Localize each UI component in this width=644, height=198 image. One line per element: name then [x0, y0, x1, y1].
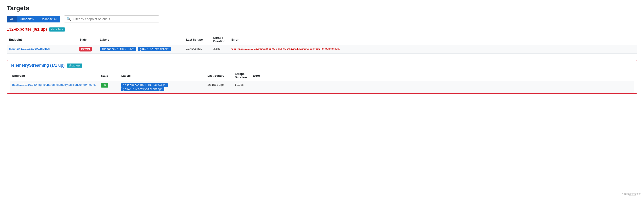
endpoint-link[interactable]: http://10.1.10.132:9100/metrics — [9, 47, 50, 50]
last-scrape-cell: 26.151s ago — [205, 81, 232, 93]
col-state: State — [77, 34, 98, 45]
section-telemetrystreaming-header: TelemetryStreaming (1/1 up) show less — [10, 63, 634, 68]
unhealthy-button[interactable]: Unhealthy — [17, 16, 38, 22]
state-cell: UP — [99, 81, 119, 93]
col-labels: Labels — [98, 34, 184, 45]
section-telemetrystreaming-title: TelemetryStreaming (1/1 up) — [10, 63, 65, 68]
labels-cell: instance="linux-132" job="132-exporter" — [98, 45, 184, 54]
state-cell: DOWN — [77, 45, 98, 54]
filter-group: 🔍 — [64, 16, 159, 22]
error-cell — [251, 81, 634, 93]
col-last-scrape: Last Scrape — [205, 70, 232, 81]
error-cell: Get "http://10.1.10.132:9100/metrics": d… — [229, 45, 637, 54]
error-text: Get "http://10.1.10.132:9100/metrics": d… — [232, 47, 340, 50]
endpoint-cell: https://10.1.10.240/mgmt/shared/telemetr… — [10, 81, 99, 93]
toolbar: All Unhealthy Collapse All 🔍 — [7, 16, 637, 22]
col-error: Error — [251, 70, 634, 81]
show-less-132-button[interactable]: show less — [49, 28, 65, 32]
col-last-scrape: Last Scrape — [184, 34, 211, 45]
col-labels: Labels — [119, 70, 205, 81]
state-badge-down: DOWN — [80, 47, 92, 52]
show-less-telemetrystreaming-button[interactable]: show less — [67, 64, 82, 68]
page-title: Targets — [7, 4, 637, 12]
labels-cell: instance="10.1.10.240:443" job="Telemetr… — [119, 81, 205, 93]
section-132-exporter: 132-exporter (0/1 up) show less Endpoint… — [7, 27, 637, 54]
collapse-all-button[interactable]: Collapse All — [38, 16, 60, 22]
section-132-exporter-header: 132-exporter (0/1 up) show less — [7, 27, 637, 32]
filter-input[interactable] — [73, 17, 157, 21]
endpoint-cell: http://10.1.10.132:9100/metrics — [7, 45, 77, 54]
label-tag: job="132-exporter" — [138, 47, 171, 51]
scrape-duration-cell: 1.198s — [232, 81, 251, 93]
col-scrape-duration: Scrape Duration — [211, 34, 229, 45]
state-badge-up: UP — [101, 83, 108, 88]
endpoint-link[interactable]: https://10.1.10.240/mgmt/shared/telemetr… — [12, 83, 96, 86]
section-132-exporter-title: 132-exporter (0/1 up) — [7, 27, 47, 32]
132-exporter-table: Endpoint State Labels Last Scrape Scrape… — [7, 34, 637, 54]
col-scrape-duration: Scrape Duration — [232, 70, 251, 81]
filter-buttons: All Unhealthy Collapse All — [7, 16, 60, 22]
table-row: http://10.1.10.132:9100/metrics DOWN ins… — [7, 45, 637, 54]
table-row: https://10.1.10.240/mgmt/shared/telemetr… — [10, 81, 634, 93]
col-state: State — [99, 70, 119, 81]
scrape-duration-cell: 3.68s — [211, 45, 229, 54]
label-tag: instance="linux-132" — [100, 47, 136, 51]
all-button[interactable]: All — [7, 16, 17, 22]
last-scrape-cell: 12.470s ago — [184, 45, 211, 54]
col-endpoint: Endpoint — [10, 70, 99, 81]
label-tag: job="TelemetryStreaming" — [121, 87, 164, 91]
label-tag: instance="10.1.10.240:443" — [121, 83, 168, 87]
search-icon: 🔍 — [66, 17, 71, 21]
col-error: Error — [229, 34, 637, 45]
section-telemetrystreaming: TelemetryStreaming (1/1 up) show less En… — [7, 60, 637, 94]
telemetrystreaming-table: Endpoint State Labels Last Scrape Scrape… — [10, 70, 634, 93]
col-endpoint: Endpoint — [7, 34, 77, 45]
